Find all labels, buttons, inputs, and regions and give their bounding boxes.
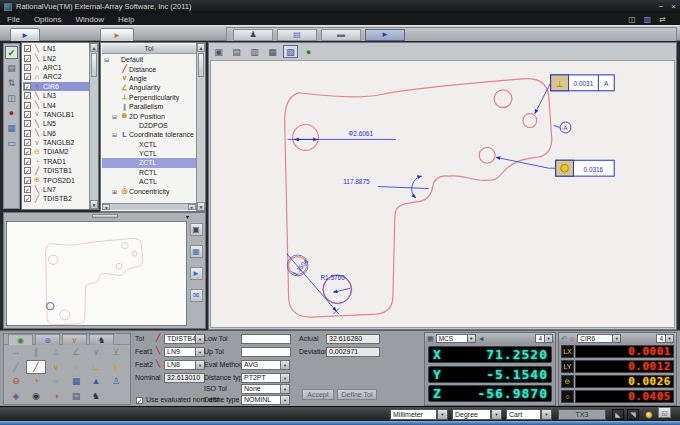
probe-icon[interactable]: ◣	[612, 409, 624, 420]
dropdown-arrow-icon[interactable]: ▼	[665, 335, 673, 342]
scroll-down-icon[interactable]: ▼	[197, 202, 205, 211]
dropdown-arrow-icon[interactable]: ▼	[280, 395, 290, 405]
palette-icon[interactable]: ♞	[86, 389, 106, 404]
tol-tree-item[interactable]: D2DPOS	[102, 121, 196, 130]
view-tab[interactable]: ▤	[277, 29, 317, 41]
feature-checkbox[interactable]: ✓	[24, 45, 31, 52]
panel-grab-handle[interactable]	[92, 214, 118, 218]
tol-tree-item[interactable]: ∨ Angle	[102, 74, 196, 83]
define-tol-button[interactable]: Define Tol	[337, 389, 377, 400]
feature-checkbox[interactable]: ✓	[24, 92, 31, 99]
feature-checkbox[interactable]: ✓	[24, 130, 31, 137]
feature-checkbox[interactable]: ✓	[24, 139, 31, 146]
palette-icon[interactable]: ◉	[26, 389, 46, 404]
feature-list-item[interactable]: ✓ ∩ ARC2	[23, 72, 89, 81]
dropdown-arrow-icon[interactable]: ▼	[437, 409, 448, 420]
palette-tab[interactable]: ∨	[62, 334, 87, 345]
tree-expander-icon[interactable]: ⊟	[112, 113, 120, 120]
feature-checkbox[interactable]: ✓	[24, 195, 31, 202]
tol-tree-item[interactable]: XCTL	[102, 140, 196, 149]
refresh-icon[interactable]: ☼	[569, 335, 575, 342]
menubar-tool-icon[interactable]: ▥	[644, 15, 652, 24]
tol-tree-item[interactable]: ⊟ L Coordinate tolerance	[102, 130, 196, 139]
tree-vscrollbar[interactable]: ▲ ▼	[196, 43, 205, 211]
overview-tool-icon[interactable]: ►	[190, 267, 203, 280]
menu-options[interactable]: Options	[27, 15, 69, 24]
palette-icon[interactable]: ╱	[26, 360, 46, 375]
overview-tool-icon[interactable]: ✉	[190, 289, 203, 302]
feature-control-frame-perpendicularity[interactable]: ⊥ 0.0031 A	[551, 75, 615, 91]
palette-icon[interactable]: ╱	[6, 360, 26, 375]
palette-icon[interactable]: =	[46, 374, 66, 389]
palette-icon[interactable]: ◔	[26, 374, 46, 389]
dropdown-arrow-icon[interactable]: ▼	[491, 409, 502, 420]
feature-list-item[interactable]: ✓ ╲ LN7	[23, 185, 89, 194]
iso-tol-select[interactable]: None	[241, 384, 281, 394]
overview-tool-icon[interactable]: ▦	[190, 245, 203, 258]
feature-checkbox[interactable]: ✓	[24, 83, 31, 90]
feature-list-item[interactable]: ✓ ╲ LN5	[23, 119, 89, 128]
feature-control-frame-circularity[interactable]: 0.0316	[556, 160, 615, 176]
menubar-tool-icon[interactable]: ◫	[628, 15, 636, 24]
feature-checkbox[interactable]: ✓	[24, 55, 31, 62]
view-tab[interactable]: ♟	[233, 29, 273, 41]
dropdown-arrow-icon[interactable]: ▼	[612, 335, 620, 342]
feature-checkbox[interactable]: ✓	[24, 120, 31, 127]
feature-checkbox[interactable]: ✓	[24, 177, 31, 184]
resize-grip-icon[interactable]: ◱	[658, 407, 671, 418]
overview-canvas[interactable]	[6, 221, 187, 326]
feature-tool-icon[interactable]: ◫	[5, 91, 18, 104]
use-evaluated-checkbox[interactable]: ✓	[136, 397, 143, 404]
tol-tree-item[interactable]: ZCTL	[102, 158, 196, 167]
tree-hscrollbar[interactable]: ◄ ►	[102, 203, 196, 210]
palette-tab[interactable]: ⊕	[35, 334, 60, 345]
palette-icon[interactable]: ●	[106, 360, 126, 375]
tab-tolerances[interactable]: ►	[100, 28, 134, 42]
palette-tab[interactable]: ♞	[89, 334, 114, 345]
feature-list-item[interactable]: ✓ ◔ TRAD1	[23, 157, 89, 166]
nominal-field[interactable]: 32.613010	[164, 373, 205, 383]
minimize-button[interactable]: −	[659, 2, 664, 11]
viewport-tool-icon[interactable]: ▤	[229, 45, 244, 58]
feature-list-item[interactable]: ✓ ╲ LN6	[23, 129, 89, 138]
part-drawing-canvas[interactable]: Φ2.6061 117.8875 1.1504 R1.5760 ⊥ 0.0031…	[210, 60, 675, 328]
feature-checkbox[interactable]: ✓	[24, 158, 31, 165]
tree-expander-icon[interactable]: ⊟	[104, 56, 112, 63]
feature-tool-icon[interactable]: ●	[5, 106, 18, 119]
units-combo[interactable]: Millimeter ▼	[390, 409, 448, 420]
palette-icon[interactable]: ∨	[86, 345, 106, 360]
define-type-select[interactable]: NOMINL	[241, 395, 281, 405]
viewport-tool-icon[interactable]: ▧	[283, 45, 298, 58]
accept-button[interactable]: Accept	[302, 389, 334, 400]
tree-expander-icon[interactable]: ⊞	[112, 188, 120, 195]
viewport-tool-icon[interactable]: ▦	[265, 45, 280, 58]
feature-list-item[interactable]: ✓ ∨ TANGLB1	[23, 110, 89, 119]
view-tab[interactable]: ►	[365, 29, 405, 41]
overview-tool-icon[interactable]: ▣	[190, 223, 203, 236]
feature-list-item[interactable]: ✓ ∩ ARC1	[23, 63, 89, 72]
tol-tree-item[interactable]: ⊟ Default	[102, 55, 196, 64]
scroll-thumb[interactable]	[198, 53, 204, 77]
palette-icon[interactable]: ∠	[66, 345, 86, 360]
tol-tree-item[interactable]: ∥ Parallelism	[102, 102, 196, 111]
feature-list-item[interactable]: ✓ ⊕ TPOS2D1	[23, 175, 89, 184]
tab-features[interactable]: ►	[10, 28, 40, 42]
feature-checkbox[interactable]: ✓	[24, 102, 31, 109]
feature-list-item[interactable]: ✓ ∨ TANGLB2	[23, 138, 89, 147]
palette-icon[interactable]: ◈	[6, 389, 26, 404]
palette-icon[interactable]: ⊥	[46, 345, 66, 360]
feature-checkbox[interactable]: ✓	[24, 73, 31, 80]
palette-icon[interactable]: ◑	[46, 389, 66, 404]
tol-tree-item[interactable]: ⊞ ◎ Concentricity	[102, 186, 196, 195]
datum-a-balloon[interactable]: A	[560, 122, 571, 133]
feature-list-item[interactable]: ✓ ╲ LN1	[23, 44, 89, 53]
feature-checkbox[interactable]: ✓	[24, 186, 31, 193]
dropdown-arrow-icon[interactable]: ▼	[541, 409, 552, 420]
viewport-tool-icon[interactable]: ●	[301, 45, 316, 58]
palette-icon[interactable]: ∟	[86, 360, 106, 375]
tol-tree-item[interactable]: ╱ Distance	[102, 64, 196, 73]
pin-icon[interactable]: ▾	[186, 213, 189, 220]
feature-checkbox[interactable]: ✓	[24, 64, 31, 71]
probe-field[interactable]: TX3	[558, 409, 606, 420]
feat1-select[interactable]: LN9	[164, 347, 196, 357]
